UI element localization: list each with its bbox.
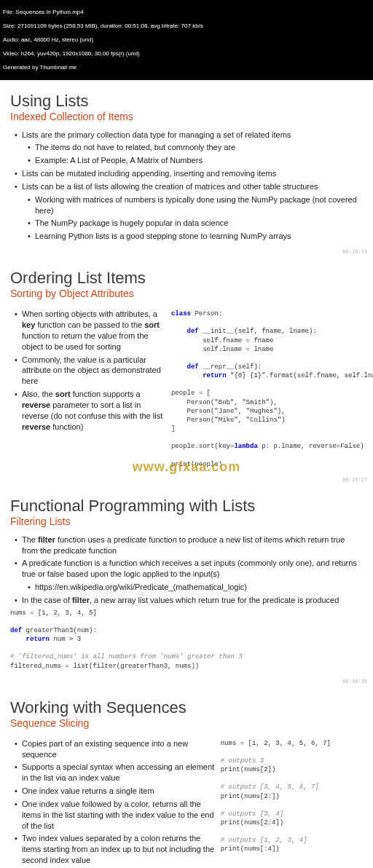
meta-file: File: Sequences in Python.mp4 — [3, 9, 370, 16]
code-block: nums = [1, 2, 3, 4, 5, 6, 7] # outputs 3… — [221, 739, 363, 854]
meta-size: Size: 271091109 bytes (258.53 MiB), dura… — [3, 23, 370, 30]
bullet-item: The items do not have to related, but co… — [28, 142, 363, 153]
bullet-item: Lists can be mutated including appending… — [15, 168, 363, 179]
bullet-list: Lists are the primary collection data ty… — [15, 130, 363, 242]
slide-subtitle: Indexed Collection of Items — [10, 111, 363, 122]
bullet-item: The filter function uses a predicate fun… — [15, 534, 363, 556]
bullet-item: Lists can be a list of lists allowing th… — [15, 181, 363, 242]
bullet-list: Copies part of an existing sequence into… — [15, 738, 215, 868]
timestamp: 00:10:33 — [342, 249, 367, 255]
bullet-item: Also, the sort function supports a rever… — [15, 389, 165, 432]
bullet-item: The NumPy package is hugely popular in d… — [28, 218, 363, 229]
meta-generator: Generated by Thumbnail me — [3, 64, 370, 71]
bullet-item: One index value followed by a color, ret… — [15, 799, 215, 832]
slide-subtitle: Sequence Slicing — [10, 717, 363, 729]
bullet-item: Copies part of an existing sequence into… — [15, 738, 215, 760]
slide-subtitle: Filtering Lists — [10, 516, 363, 527]
bullet-item: Two index values separated by a colon re… — [15, 833, 215, 866]
timestamp: 00:20:27 — [342, 477, 367, 483]
slide-functional-programming: Functional Programming with Lists Filter… — [0, 485, 373, 687]
slide-title: Using Lists — [10, 92, 363, 111]
meta-audio: Audio: aac, 48000 Hz, stereo (und) — [3, 36, 370, 44]
bullet-sublist: The items do not have to related, but co… — [28, 142, 363, 166]
bullet-item: A predicate function is a function which… — [15, 558, 363, 593]
code-block: class Person: def __init__(self, fname, … — [171, 309, 373, 469]
bullet-item: https://en.wikipedia.org/wiki/Predicate_… — [28, 582, 363, 593]
slide-using-lists: Using Lists Indexed Collection of Items … — [0, 80, 373, 258]
bullet-list: The filter function uses a predicate fun… — [15, 534, 363, 606]
bullet-item: Lists are the primary collection data ty… — [15, 130, 363, 167]
bullet-sublist: Working with matrices of numbers is typi… — [28, 194, 363, 242]
bullet-item: Example: A List of People, A Matrix of N… — [28, 155, 363, 166]
bullet-item: Supports a special syntax when accessing… — [15, 762, 215, 784]
code-block: nums = [1, 2, 3, 4, 5] def greaterThan3(… — [10, 609, 363, 671]
bullet-item: Commonly, the value is a particular attr… — [15, 355, 165, 387]
slide-title: Ordering List Items — [10, 269, 363, 288]
bullet-item: Working with matrices of numbers is typi… — [28, 194, 363, 216]
slide-title: Functional Programming with Lists — [10, 497, 363, 516]
slide-sequence-slicing: Working with Sequences Sequence Slicing … — [0, 687, 373, 868]
bullet-item: In the case of filter, a new array list … — [15, 595, 363, 606]
bullet-item: Learning Python lists is a good stepping… — [28, 231, 363, 242]
timestamp: 00:30:39 — [342, 679, 367, 684]
slide-ordering-list-items: Ordering List Items Sorting by Object At… — [0, 257, 373, 485]
bullet-list: When sorting objects with attributes, a … — [15, 309, 165, 432]
bullet-item: When sorting objects with attributes, a … — [15, 309, 165, 352]
slide-title: Working with Sequences — [10, 698, 363, 717]
slide-subtitle: Sorting by Object Attributes — [10, 288, 363, 299]
bullet-sublist: https://en.wikipedia.org/wiki/Predicate_… — [28, 582, 363, 593]
meta-video: Video: h264, yuv420p, 1920x1080, 30.00 f… — [3, 50, 370, 58]
video-metadata-header: File: Sequences in Python.mp4 Size: 2710… — [0, 0, 373, 80]
bullet-item: One index value returns a single item — [15, 786, 215, 797]
